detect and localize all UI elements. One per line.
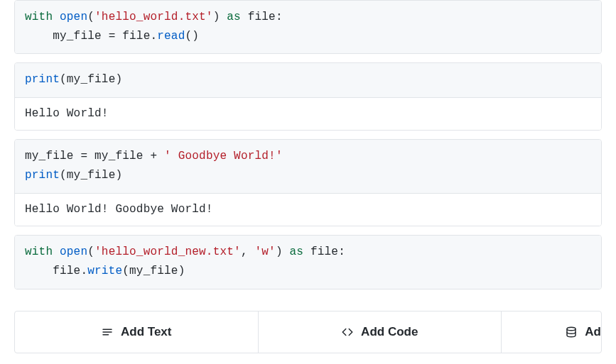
code-cell[interactable]: print(my_file) Hello World! xyxy=(14,62,602,131)
code-cell[interactable]: my_file = my_file + ' Goodbye World!'pri… xyxy=(14,139,602,226)
code-cell[interactable]: with open('hello_world_new.txt', 'w') as… xyxy=(14,235,602,289)
add-other-button[interactable]: Ad xyxy=(502,311,601,353)
notebook: with open('hello_world.txt') as file: my… xyxy=(0,0,616,289)
database-icon xyxy=(565,326,578,338)
code-cell[interactable]: with open('hello_world.txt') as file: my… xyxy=(14,0,602,54)
code-input[interactable]: print(my_file) xyxy=(15,63,601,96)
code-input[interactable]: with open('hello_world.txt') as file: my… xyxy=(15,1,601,53)
add-other-label: Ad xyxy=(585,325,601,339)
code-icon xyxy=(341,326,354,338)
add-text-label: Add Text xyxy=(121,325,171,339)
code-input[interactable]: my_file = my_file + ' Goodbye World!'pri… xyxy=(15,140,601,192)
add-text-button[interactable]: Add Text xyxy=(15,311,259,353)
code-input[interactable]: with open('hello_world_new.txt', 'w') as… xyxy=(15,236,601,288)
svg-point-3 xyxy=(567,327,576,331)
add-code-label: Add Code xyxy=(361,325,418,339)
add-code-button[interactable]: Add Code xyxy=(259,311,502,353)
list-icon xyxy=(101,326,114,338)
code-output: Hello World! Goodbye World! xyxy=(15,193,601,226)
code-output: Hello World! xyxy=(15,97,601,131)
cell-toolbar: Add Text Add Code Ad xyxy=(14,311,602,353)
